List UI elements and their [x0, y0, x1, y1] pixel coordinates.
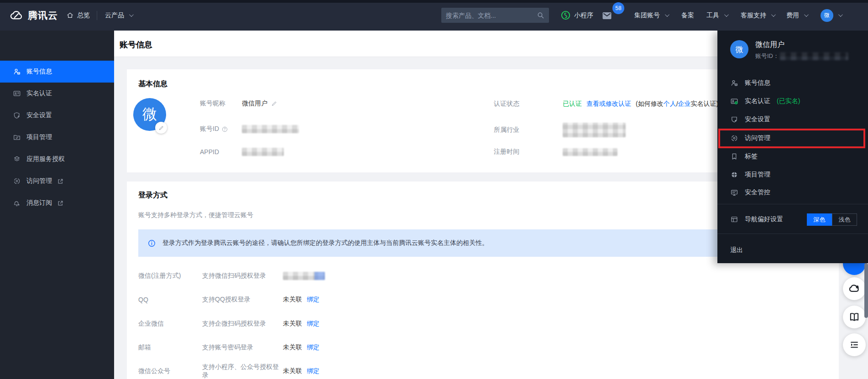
feedback-float-button[interactable] [843, 333, 866, 356]
tencent-cloud-console: 腾讯云 总览 云产品 小程序 58 集团账号 备案 工具 [0, 0, 868, 379]
sidebar-item-identity-verification[interactable]: 实名认证 [0, 83, 114, 104]
chevron-down-icon [771, 12, 776, 17]
edit-avatar-button[interactable] [155, 122, 167, 134]
binding-status: 未关联 [283, 296, 307, 304]
chevron-down-icon [665, 12, 669, 17]
enterprise-auth-link[interactable]: 企业 [678, 100, 691, 108]
search-input[interactable] [446, 12, 537, 19]
messages-button[interactable] [601, 0, 612, 31]
cam-icon [13, 177, 21, 185]
id-card-check-icon [730, 97, 738, 105]
shield-plus-icon [13, 111, 21, 119]
view-modify-auth-link[interactable]: 查看或修改认证 [586, 100, 631, 108]
sidebar-item-message-subscription[interactable]: 消息订阅 [0, 192, 114, 214]
panel-item-security-settings[interactable]: 安全设置 [730, 110, 770, 129]
sidebar-item-app-service-auth[interactable]: 应用服务授权 [0, 148, 114, 170]
sidebar-item-access-management[interactable]: 访问管理 [0, 170, 114, 192]
mail-icon [601, 10, 612, 21]
login-row-wecom: 企业微信 支持企微扫码授权登录 未关联 绑定 [138, 319, 319, 328]
nav-billing[interactable]: 费用 [786, 0, 807, 31]
folder-check-icon [13, 133, 21, 141]
docs-float-button[interactable] [843, 306, 866, 328]
bind-link[interactable]: 绑定 [307, 320, 319, 328]
chevron-down-icon [724, 12, 729, 17]
login-methods-title: 登录方式 [138, 191, 167, 200]
help-icon[interactable] [221, 126, 228, 133]
login-row-wechat-official: 微信公众号 支持小程序、公众号授权登录 未关联 绑定 [138, 367, 319, 376]
verified-badge: (已实名) [777, 97, 800, 105]
sidebar: 账号中心 账号信息 实名认证 安全设置 项目管理 应用服务授权 访问管理 [0, 31, 114, 379]
divider [97, 11, 97, 20]
industry-row: 所属行业 [494, 122, 626, 138]
nav-icp[interactable]: 备案 [681, 0, 694, 31]
panel-item-project-management[interactable]: 项目管理 [730, 166, 770, 184]
nav-products[interactable]: 云产品 [105, 0, 132, 31]
miniprogram-icon [560, 10, 571, 21]
blurred-panel-account-id [780, 52, 848, 60]
brand-logo[interactable]: 腾讯云 [8, 0, 58, 31]
theme-dark-button[interactable]: 深色 [807, 213, 832, 226]
nickname-label: 账号昵称 [200, 99, 242, 108]
industry-label: 所属行业 [494, 126, 563, 134]
layers-icon [13, 155, 21, 163]
divider [717, 204, 868, 204]
avatar: 微 [730, 40, 748, 58]
tencent-cloud-logo-icon [8, 9, 25, 22]
logout-button[interactable]: 退出 [730, 241, 743, 260]
home-icon [66, 11, 74, 19]
sidebar-item-security-settings[interactable]: 安全设置 [0, 104, 114, 126]
nav-support[interactable]: 客服支持 [741, 0, 774, 31]
info-banner-text: 登录方式作为登录腾讯云账号的途径，请确认您所绑定的登录方式的使用主体与当前腾讯云… [162, 239, 488, 247]
panel-item-security-control[interactable]: 安全管控 [730, 183, 770, 202]
cloud-notification-float-button[interactable] [843, 277, 866, 300]
account-id-label: 账号ID [200, 125, 219, 133]
blurred-account-id [242, 125, 299, 133]
cam-icon [730, 134, 738, 142]
edit-nickname-button[interactable] [271, 100, 277, 107]
bind-link[interactable]: 绑定 [307, 367, 319, 375]
divider [717, 234, 868, 234]
account-id-row: 账号ID [200, 125, 299, 134]
theme-light-button[interactable]: 浅色 [832, 213, 857, 226]
auth-status-label: 认证状态 [494, 100, 558, 108]
bind-link[interactable]: 绑定 [307, 296, 319, 304]
blurred-register-time [563, 148, 617, 156]
top-navbar: 腾讯云 总览 云产品 小程序 58 集团账号 备案 工具 [0, 0, 868, 31]
binding-status: 未关联 [283, 343, 307, 352]
login-row-wechat: 微信(注册方式) 支持微信扫码授权登录 [138, 271, 325, 280]
appid-label: APPID [200, 148, 242, 156]
blurred-appid [242, 148, 284, 156]
nav-group-account[interactable]: 集团账号 [634, 0, 668, 31]
layout-icon [730, 215, 738, 223]
nav-tools[interactable]: 工具 [706, 0, 727, 31]
sidebar-item-project-management[interactable]: 项目管理 [0, 126, 114, 148]
search-icon[interactable] [537, 11, 544, 19]
binding-status: 未关联 [283, 367, 307, 375]
panel-item-tags[interactable]: 标签 [730, 147, 758, 166]
panel-item-nav-preference: 导航偏好设置 [730, 210, 783, 228]
nav-overview[interactable]: 总览 [66, 0, 90, 31]
bind-link[interactable]: 绑定 [307, 343, 319, 352]
bell-icon [13, 199, 21, 207]
search-box[interactable] [441, 8, 549, 23]
blurred-wechat-binding [283, 272, 325, 280]
chevron-down-icon [129, 12, 134, 17]
nav-miniprogram[interactable]: 小程序 [560, 0, 593, 31]
panel-item-account-info[interactable]: 账号信息 [730, 74, 770, 92]
user-menu[interactable]: 微 [821, 0, 842, 31]
chevron-down-icon [804, 12, 809, 17]
register-time-label: 注册时间 [494, 148, 563, 156]
shield-icon [730, 115, 738, 124]
page-title: 账号信息 [120, 39, 152, 50]
panel-item-access-management[interactable]: 访问管理 [730, 129, 770, 147]
panel-item-identity-verification[interactable]: 实名认证 (已实名) [730, 92, 800, 110]
personal-auth-link[interactable]: 个人 [664, 100, 676, 108]
monitor-grid-icon [730, 188, 738, 197]
user-card-icon [13, 67, 21, 76]
vertical-scrollbar[interactable] [864, 263, 868, 318]
sidebar-item-account-info[interactable]: 账号信息 [0, 61, 114, 83]
panel-account-id-label: 账号ID： [755, 52, 779, 60]
nickname-row: 账号昵称 微信用户 [200, 99, 277, 108]
login-row-qq: QQ 支持QQ授权登录 未关联 绑定 [138, 295, 319, 304]
profile-avatar[interactable]: 微 [133, 98, 166, 131]
